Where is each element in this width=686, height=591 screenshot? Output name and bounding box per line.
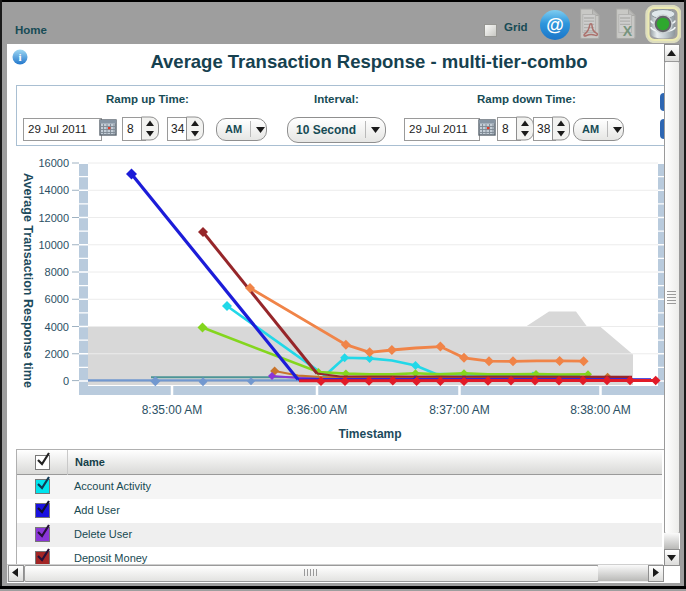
svg-text:8:37:00 AM: 8:37:00 AM bbox=[429, 403, 490, 417]
svg-text:8000: 8000 bbox=[45, 266, 69, 278]
svg-text:14000: 14000 bbox=[38, 184, 69, 196]
svg-text:4000: 4000 bbox=[45, 321, 69, 333]
svg-text:0: 0 bbox=[63, 375, 69, 387]
svg-text:i: i bbox=[18, 51, 21, 63]
svg-text:Average Transaction Response t: Average Transaction Response time bbox=[21, 173, 35, 388]
svg-text:8:36:00 AM: 8:36:00 AM bbox=[287, 403, 348, 417]
svg-text:16000: 16000 bbox=[38, 157, 69, 169]
svg-text:8:38:00 AM: 8:38:00 AM bbox=[570, 403, 631, 417]
svg-text:2000: 2000 bbox=[45, 348, 69, 360]
svg-text:@: @ bbox=[546, 15, 564, 35]
svg-text:X: X bbox=[623, 23, 633, 39]
svg-text:10000: 10000 bbox=[38, 239, 69, 251]
svg-text:6000: 6000 bbox=[45, 293, 69, 305]
svg-text:12000: 12000 bbox=[38, 212, 69, 224]
svg-text:Timestamp: Timestamp bbox=[338, 427, 401, 441]
svg-text:8:35:00 AM: 8:35:00 AM bbox=[142, 403, 203, 417]
